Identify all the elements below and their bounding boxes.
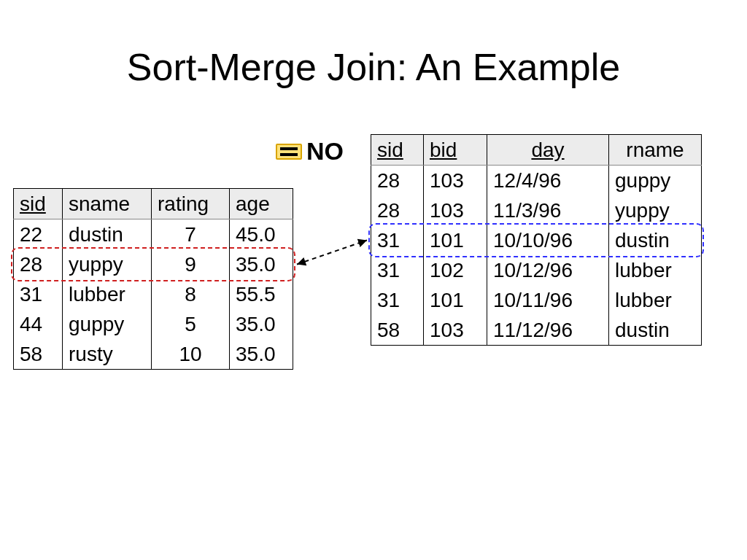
svg-line-0 <box>297 241 367 265</box>
slide: Sort-Merge Join: An Example NO sid sname… <box>0 0 747 560</box>
table-row: 3110210/12/96lubber <box>371 255 702 285</box>
table-row: 58rusty1035.0 <box>14 339 293 370</box>
equals-icon <box>276 144 302 160</box>
col-header: rating <box>152 189 230 219</box>
table-row: 44guppy535.0 <box>14 309 293 339</box>
col-header: rname <box>609 135 702 166</box>
reserves-table: sid bid day rname 2810312/4/96guppy 2810… <box>371 134 702 346</box>
compare-result: NO <box>276 137 344 166</box>
compare-label: NO <box>306 137 344 166</box>
table-row: 2810312/4/96guppy <box>371 166 702 196</box>
sailors-table: sid sname rating age 22dustin745.0 28yup… <box>13 188 293 370</box>
slide-title: Sort-Merge Join: An Example <box>0 45 747 89</box>
table-row: 31lubber855.5 <box>14 279 293 309</box>
table-row: 3110110/11/96lubber <box>371 285 702 315</box>
col-header: sid <box>14 189 63 219</box>
col-header: day <box>487 135 609 166</box>
table-row: 2810311/3/96yuppy <box>371 195 702 225</box>
col-header: sname <box>63 189 152 219</box>
col-header: bid <box>424 135 487 166</box>
col-header: age <box>230 189 293 219</box>
table-row: 28yuppy935.0 <box>14 249 293 279</box>
col-header: sid <box>371 135 424 166</box>
table-row: 22dustin745.0 <box>14 219 293 250</box>
table-row: 5810311/12/96dustin <box>371 315 702 346</box>
table-row: 3110110/10/96dustin <box>371 225 702 255</box>
